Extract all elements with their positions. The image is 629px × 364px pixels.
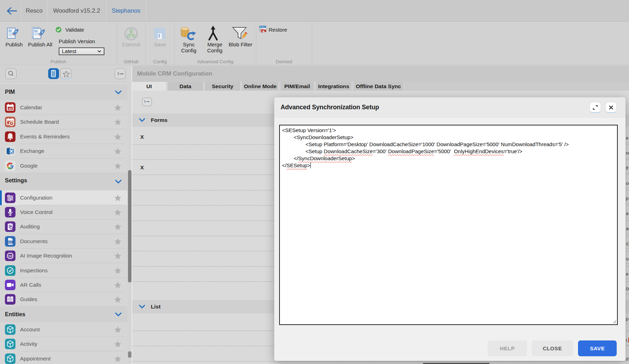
svg-text:AI: AI	[9, 254, 12, 258]
svg-text:DOC: DOC	[8, 241, 13, 243]
svg-text:25: 25	[9, 107, 12, 110]
